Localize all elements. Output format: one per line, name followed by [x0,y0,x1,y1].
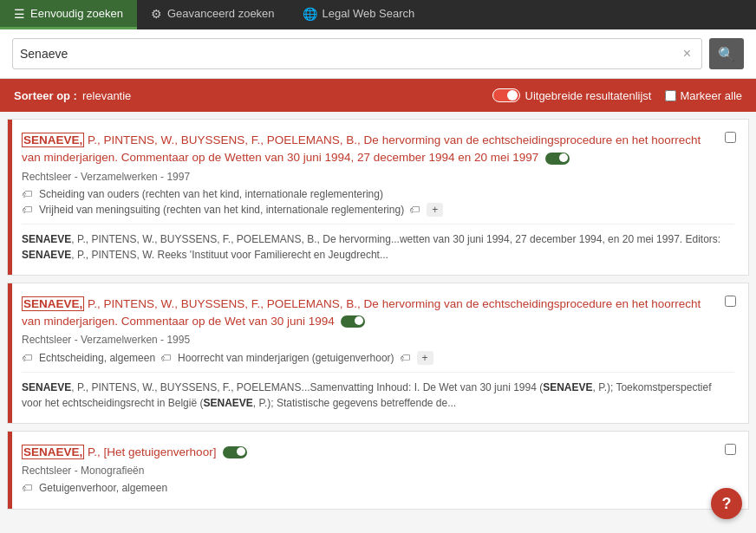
tag-more-icon-1: 🏷 [409,204,420,216]
sort-bar: Sorteer op : relevantie Uitgebreide resu… [0,79,756,112]
result-checkbox-2[interactable] [725,296,736,307]
result-meta-3: Rechtsleer - Monografieën [22,465,734,477]
result-title-link-2[interactable]: SENAEVE, P., PINTENS, W., BUYSSENS, F., … [22,297,701,328]
result-title-1: SENAEVE, P., PINTENS, W., BUYSSENS, F., … [22,132,734,167]
tag-text-2a[interactable]: Echtscheiding, algemeen [39,352,155,364]
result-card: SENAEVE, P., PINTENS, W., BUYSSENS, F., … [7,119,749,276]
result-snippet-2: SENAEVE, P., PINTENS, W., BUYSSENS, F., … [22,372,734,411]
tag-more-1[interactable]: + [427,203,443,217]
result-checkbox-3[interactable] [725,444,736,455]
uitgebreide-toggle[interactable] [492,88,520,102]
result-meta-1: Rechtsleer - Verzamelwerken - 1997 [22,171,734,183]
result-card-3: SENAEVE, P., [Het getuigenverhoor] Recht… [7,431,749,510]
nav-item-legal[interactable]: 🌐 Legal Web Search [289,0,429,29]
tag-icon-2a: 🏷 [22,352,32,364]
snippet-highlight-2c: SENAEVE [203,397,252,409]
snippet-highlight-2a: SENAEVE [22,381,71,393]
result-title-link-3[interactable]: SENAEVE, P., [Het getuigenverhoor] [22,445,247,458]
clear-icon[interactable]: × [680,46,694,62]
result-title-2: SENAEVE, P., PINTENS, W., BUYSSENS, F., … [22,296,734,331]
tag-text-3a[interactable]: Getuigenverhoor, algemeen [39,482,167,494]
search-bar: × 🔍 [0,29,756,79]
nav-item-geavanceerd[interactable]: ⚙ Geavanceerd zoeken [137,0,289,29]
left-accent-2 [8,283,12,424]
nav-item-legal-label: Legal Web Search [323,7,415,20]
result-snippet-1: SENAEVE, P., PINTENS, W., BUYSSENS, F., … [22,224,734,263]
legal-icon: 🌐 [303,7,317,21]
tags-row-3a: 🏷 Getuigenverhoor, algemeen [22,482,734,494]
markeer-alle-checkbox[interactable] [665,90,676,101]
result-title-link-1[interactable]: SENAEVE, P., PINTENS, W., BUYSSENS, F., … [22,133,701,164]
result-card-2: SENAEVE, P., PINTENS, W., BUYSSENS, F., … [7,283,749,425]
nav-item-eenvoudig[interactable]: ☰ Eenvoudig zoeken [0,0,137,29]
result-title-3: SENAEVE, P., [Het getuigenverhoor] [22,444,734,461]
geavanceerd-icon: ⚙ [151,7,162,21]
tag-icon-1b: 🏷 [22,204,32,216]
tag-icon-1a: 🏷 [22,188,32,200]
left-accent [8,120,12,275]
uitgebreide-toggle-wrap[interactable]: Uitgebreide resultatenlijst [492,88,652,102]
search-input[interactable] [20,47,680,61]
result-meta-2: Rechtsleer - Verzamelwerken - 1995 [22,334,734,346]
search-icon: 🔍 [718,46,735,62]
result-toggle-3[interactable] [223,446,247,458]
tag-more-icon-2: 🏷 [400,352,410,364]
result-toggle-1[interactable] [545,153,570,165]
sort-left: Sorteer op : relevantie [14,89,131,102]
tags-row-2a: 🏷 Echtscheiding, algemeen 🏷 Hoorrecht va… [22,351,734,365]
tags-row-1b: 🏷 Vrijheid van meningsuiting (rechten va… [22,203,734,217]
search-button[interactable]: 🔍 [709,38,744,69]
tag-text-2b[interactable]: Hoorrecht van minderjarigen (getuigenver… [178,352,394,364]
snippet-highlight-1b: SENAEVE [22,249,71,261]
author-highlight-3: SENAEVE, [22,445,84,459]
search-input-wrap: × [12,38,702,69]
snippet-highlight-1a: SENAEVE [22,233,71,245]
help-icon: ? [722,495,732,513]
tag-icon-2b: 🏷 [160,352,171,364]
nav-item-geavanceerd-label: Geavanceerd zoeken [167,7,275,20]
top-navigation: ☰ Eenvoudig zoeken ⚙ Geavanceerd zoeken … [0,0,756,29]
tag-text-1a[interactable]: Scheiding van ouders (rechten van het ki… [39,188,383,200]
results-area: SENAEVE, P., PINTENS, W., BUYSSENS, F., … [0,119,756,510]
uitgebreide-label: Uitgebreide resultatenlijst [525,89,652,102]
eenvoudig-icon: ☰ [14,7,25,21]
author-highlight-2: SENAEVE, [22,296,84,311]
tag-more-2[interactable]: + [417,351,433,365]
sort-value[interactable]: relevantie [82,89,131,102]
tag-icon-3a: 🏷 [22,482,32,494]
left-accent-3 [8,432,12,509]
tag-text-1b[interactable]: Vrijheid van meningsuiting (rechten van … [39,204,404,216]
markeer-alle-label: Markeer alle [680,89,742,102]
snippet-highlight-2b: SENAEVE [543,381,592,393]
help-button[interactable]: ? [711,488,742,517]
result-toggle-2[interactable] [341,315,365,328]
tags-row-1a: 🏷 Scheiding van ouders (rechten van het … [22,188,734,200]
sort-label: Sorteer op : [14,89,77,102]
author-highlight-1: SENAEVE, [22,133,84,147]
markeer-alle-wrap[interactable]: Markeer alle [665,89,742,102]
result-checkbox-1[interactable] [725,132,736,143]
nav-item-eenvoudig-label: Eenvoudig zoeken [30,7,123,20]
sort-right: Uitgebreide resultatenlijst Markeer alle [492,88,743,102]
